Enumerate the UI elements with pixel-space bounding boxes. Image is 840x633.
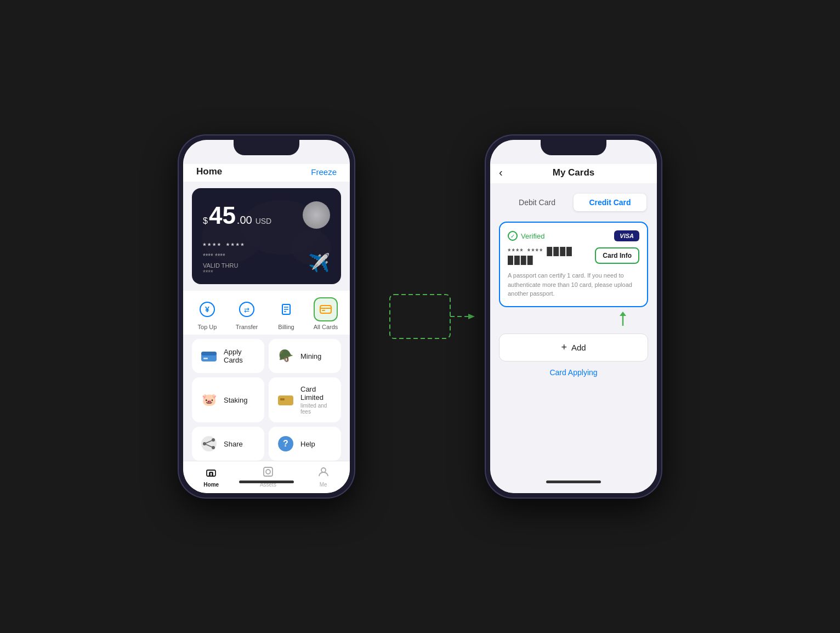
svg-rect-34 (390, 295, 450, 338)
card-masked-number: **** **** ████ ████ (508, 247, 591, 264)
svg-rect-31 (264, 467, 273, 476)
svg-rect-16 (203, 358, 208, 359)
assets-nav-icon (262, 466, 274, 481)
help-icon: ? (276, 434, 295, 453)
nav-assets[interactable]: Assets (260, 466, 276, 488)
action-billing[interactable]: Billing (266, 297, 306, 330)
svg-point-32 (266, 470, 270, 474)
bottom-nav: Home Assets Me (183, 461, 350, 493)
notch-2 (541, 140, 606, 155)
card-limited-sub: limited and fees (300, 403, 333, 415)
phone-screen-home: Home Freeze (183, 140, 350, 493)
back-button[interactable]: ‹ (499, 166, 503, 179)
share-icon (200, 434, 218, 453)
home-title: Home (196, 166, 222, 177)
verified-check-icon: ✓ (508, 231, 518, 241)
home-nav-label: Home (203, 482, 219, 488)
home-indicator-2 (546, 481, 601, 483)
card-info-block: ✓ Verified VISA **** **** ████ ████ Card… (499, 222, 648, 307)
my-cards-title: My Cards (553, 167, 595, 178)
transfer-label: Transfer (236, 324, 258, 330)
add-plus-icon: + (561, 342, 567, 353)
plane-icon: ✈️ (308, 252, 330, 273)
verified-text: Verified (521, 232, 544, 240)
help-label: Help (300, 440, 315, 448)
tab-debit-card[interactable]: Debit Card (501, 194, 574, 211)
passport-note: A passport can certify 1 card. If you ne… (508, 271, 639, 298)
svg-point-33 (321, 468, 326, 472)
card-balance-main: 45 (209, 204, 236, 228)
home-indicator-1 (239, 481, 294, 483)
svg-marker-36 (468, 314, 475, 319)
quick-actions: ¥ Top Up ⇄ Transfer Billin (183, 291, 350, 335)
card-number-row: **** **** ████ ████ Card Info (508, 247, 639, 264)
nav-home[interactable]: Home (203, 466, 219, 488)
phone-my-cards: ‹ My Cards Debit Card Credit Card ✓ Veri… (486, 135, 661, 498)
menu-card-limited[interactable]: Card Limited limited and fees (269, 377, 341, 422)
menu-staking[interactable]: 🐷 Staking (192, 377, 264, 422)
svg-rect-27 (207, 470, 215, 476)
card-limited-label: Card Limited (300, 385, 333, 402)
home-screen: Home Freeze (183, 140, 350, 493)
home-header: Home Freeze (183, 164, 350, 182)
tab-credit-card[interactable]: Credit Card (574, 194, 646, 211)
up-arrow-svg (616, 310, 629, 327)
svg-rect-17 (278, 395, 293, 405)
svg-text:⇄: ⇄ (244, 306, 249, 314)
menu-mining[interactable]: 🪖 Mining (269, 339, 341, 373)
apply-cards-icon (200, 347, 218, 365)
staking-label: Staking (224, 396, 247, 404)
card-applying-link[interactable]: Card Applying (490, 368, 657, 377)
me-nav-icon (317, 466, 330, 481)
cards-header: ‹ My Cards (490, 164, 657, 183)
svg-marker-38 (620, 312, 626, 316)
menu-help[interactable]: ? Help (269, 427, 341, 461)
transfer-icon: ⇄ (235, 297, 259, 321)
all-cards-label: All Cards (314, 324, 338, 330)
my-cards-screen: ‹ My Cards Debit Card Credit Card ✓ Veri… (490, 140, 657, 493)
home-nav-icon (205, 466, 217, 481)
phone-home: Home Freeze (179, 135, 354, 498)
card-type-tabs: Debit Card Credit Card (499, 192, 648, 213)
arrow-annotation (499, 310, 648, 327)
card-info-button[interactable]: Card Info (595, 247, 639, 264)
verified-row: ✓ Verified VISA (508, 230, 639, 241)
nav-me[interactable]: Me (317, 466, 330, 488)
card-masked-digits: **** **** (203, 241, 330, 250)
card-currency: USD (256, 217, 272, 225)
action-transfer[interactable]: ⇄ Transfer (227, 297, 266, 330)
mining-label: Mining (300, 352, 321, 360)
staking-icon: 🐷 (200, 391, 218, 409)
action-all-cards[interactable]: All Cards (306, 297, 345, 330)
top-up-label: Top Up (198, 324, 217, 330)
billing-icon (274, 297, 298, 321)
verified-badge: ✓ Verified (508, 231, 544, 241)
add-card-button[interactable]: + Add (499, 334, 648, 361)
card-limited-icon (276, 391, 295, 409)
svg-text:?: ? (283, 439, 288, 448)
share-label: Share (224, 440, 243, 448)
menu-apply-cards[interactable]: Apply Cards (192, 339, 264, 373)
svg-text:¥: ¥ (205, 305, 209, 314)
card-balance-cents: .00 (237, 214, 252, 227)
svg-rect-15 (201, 352, 217, 355)
top-up-icon: ¥ (195, 297, 219, 321)
scene: Home Freeze (157, 114, 683, 519)
all-cards-icon (314, 297, 338, 321)
card-chip (303, 201, 330, 229)
svg-rect-11 (320, 306, 331, 313)
mining-icon: 🪖 (276, 347, 295, 365)
phone-screen-cards: ‹ My Cards Debit Card Credit Card ✓ Veri… (490, 140, 657, 493)
menu-share[interactable]: Share (192, 427, 264, 461)
dollar-sign: $ (203, 216, 208, 226)
visa-badge: VISA (614, 230, 639, 241)
add-btn-label: Add (571, 343, 586, 352)
notch (234, 140, 299, 155)
action-top-up[interactable]: ¥ Top Up (188, 297, 227, 330)
me-nav-label: Me (320, 482, 327, 488)
connector-arrow (387, 278, 453, 355)
freeze-button[interactable]: Freeze (311, 167, 337, 177)
billing-label: Billing (278, 324, 294, 330)
menu-grid: Apply Cards 🪖 Mining 🐷 Staking (183, 339, 350, 461)
svg-rect-30 (209, 472, 213, 476)
